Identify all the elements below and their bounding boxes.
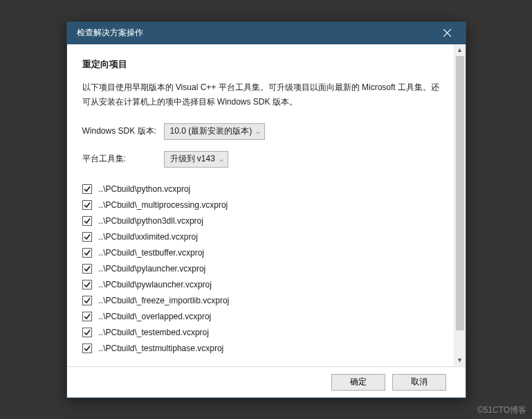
project-item[interactable]: ..\PCbuild\pylauncher.vcxproj: [82, 261, 441, 277]
project-item[interactable]: ..\PCbuild\python.vcxproj: [82, 181, 441, 197]
vertical-scrollbar[interactable]: ▲ ▼: [454, 44, 466, 366]
project-item[interactable]: ..\PCbuild\_testbuffer.vcxproj: [82, 245, 441, 261]
chevron-down-icon: ⌵: [219, 155, 223, 163]
project-checkbox[interactable]: [82, 184, 92, 194]
sdk-label: Windows SDK 版本:: [82, 125, 164, 137]
scroll-up-button[interactable]: ▲: [455, 44, 466, 56]
project-checkbox[interactable]: [82, 312, 92, 321]
window-title: 检查解决方案操作: [77, 27, 437, 39]
heading: 重定向项目: [82, 58, 441, 71]
sdk-value: 10.0 (最新安装的版本): [170, 125, 253, 137]
sdk-dropdown[interactable]: 10.0 (最新安装的版本) ⌵: [164, 123, 266, 140]
check-icon: [84, 345, 91, 352]
project-path: ..\PCbuild\_freeze_importlib.vcxproj: [99, 296, 230, 305]
ok-button[interactable]: 确定: [331, 374, 385, 391]
project-item[interactable]: ..\PCbuild\_multiprocessing.vcxproj: [82, 197, 441, 213]
project-path: ..\PCbuild\_multiprocessing.vcxproj: [99, 200, 228, 210]
project-item[interactable]: ..\PCbuild\_overlapped.vcxproj: [82, 309, 441, 325]
project-checkbox[interactable]: [82, 232, 92, 242]
project-checkbox[interactable]: [82, 200, 92, 210]
check-icon: [84, 186, 91, 193]
project-path: ..\PCbuild\_testembed.vcxproj: [99, 328, 209, 337]
titlebar[interactable]: 检查解决方案操作: [67, 22, 466, 44]
scroll-track[interactable]: [455, 56, 466, 355]
content-area: 重定向项目 以下项目使用早期版本的 Visual C++ 平台工具集。可升级项目…: [67, 44, 454, 366]
check-icon: [84, 265, 91, 272]
sdk-row: Windows SDK 版本: 10.0 (最新安装的版本) ⌵: [82, 123, 441, 140]
toolset-label: 平台工具集:: [82, 153, 164, 165]
project-item[interactable]: ..\PCbuild\python3dll.vcxproj: [82, 213, 441, 229]
chevron-down-icon: ⌵: [256, 127, 260, 135]
project-path: ..\PCbuild\_testmultiphase.vcxproj: [99, 344, 224, 353]
project-checkbox[interactable]: [82, 280, 92, 289]
project-checkbox[interactable]: [82, 216, 92, 226]
close-icon: [443, 29, 451, 37]
project-path: ..\PCbuild\pywlauncher.vcxproj: [99, 280, 212, 289]
toolset-dropdown[interactable]: 升级到 v143 ⌵: [164, 151, 228, 168]
check-icon: [84, 233, 91, 240]
check-icon: [84, 202, 91, 208]
cancel-button[interactable]: 取消: [392, 374, 446, 391]
check-icon: [84, 297, 91, 304]
project-checkbox[interactable]: [82, 328, 92, 337]
toolset-value: 升级到 v143: [170, 153, 215, 165]
scroll-down-button[interactable]: ▼: [455, 355, 466, 366]
project-path: ..\PCbuild\python3dll.vcxproj: [99, 216, 203, 226]
dialog-footer: 确定 取消: [67, 366, 466, 398]
project-checkbox[interactable]: [82, 248, 92, 258]
project-item[interactable]: ..\PCbuild\_freeze_importlib.vcxproj: [82, 293, 441, 309]
check-icon: [84, 329, 91, 336]
project-checkbox[interactable]: [82, 264, 92, 274]
check-icon: [84, 249, 91, 256]
dialog-body: 重定向项目 以下项目使用早期版本的 Visual C++ 平台工具集。可升级项目…: [67, 44, 466, 366]
description: 以下项目使用早期版本的 Visual C++ 平台工具集。可升级项目以面向最新的…: [82, 80, 441, 109]
check-icon: [84, 281, 91, 288]
project-checkbox[interactable]: [82, 296, 92, 305]
project-path: ..\PCbuild\_overlapped.vcxproj: [99, 312, 212, 321]
project-item[interactable]: ..\PCbuild\_testembed.vcxproj: [82, 325, 441, 341]
project-list: ..\PCbuild\python.vcxproj..\PCbuild\_mul…: [82, 181, 441, 357]
check-icon: [84, 217, 91, 224]
project-path: ..\PCbuild\python.vcxproj: [99, 184, 191, 194]
project-path: ..\PCbuild\_testbuffer.vcxproj: [99, 248, 205, 258]
close-button[interactable]: [437, 25, 459, 42]
toolset-row: 平台工具集: 升级到 v143 ⌵: [82, 151, 441, 168]
check-icon: [84, 313, 91, 320]
project-item[interactable]: ..\PCbuild\xxlimited.vcxproj: [82, 229, 441, 245]
project-path: ..\PCbuild\pylauncher.vcxproj: [99, 264, 206, 274]
retarget-dialog: 检查解决方案操作 重定向项目 以下项目使用早期版本的 Visual C++ 平台…: [66, 21, 466, 398]
project-item[interactable]: ..\PCbuild\pywlauncher.vcxproj: [82, 277, 441, 293]
watermark: ©51CTO博客: [477, 404, 526, 416]
project-item[interactable]: ..\PCbuild\_testmultiphase.vcxproj: [82, 341, 441, 357]
project-checkbox[interactable]: [82, 344, 92, 353]
project-path: ..\PCbuild\xxlimited.vcxproj: [99, 232, 198, 242]
scroll-thumb[interactable]: [456, 56, 464, 331]
